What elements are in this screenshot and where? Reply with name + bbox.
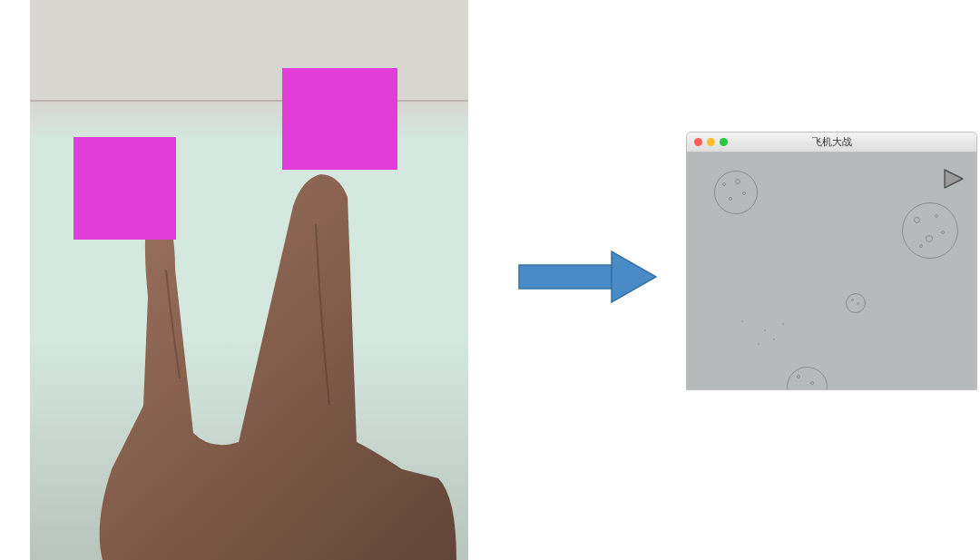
- svg-marker-2: [945, 170, 963, 188]
- maximize-button[interactable]: [720, 138, 728, 146]
- svg-marker-1: [612, 251, 656, 302]
- window-traffic-lights: [687, 138, 728, 146]
- debris-dot: [773, 339, 775, 340]
- svg-rect-0: [519, 265, 612, 289]
- debris-dot: [764, 329, 766, 331]
- close-button[interactable]: [694, 138, 702, 146]
- window-titlebar[interactable]: 飞机大战: [687, 133, 976, 152]
- asteroid-1: [714, 171, 758, 214]
- photo-background: [30, 0, 468, 560]
- debris-dot: [758, 343, 760, 345]
- asteroid-4: [787, 367, 828, 390]
- game-canvas[interactable]: [687, 152, 976, 389]
- arrow-icon: [517, 250, 658, 304]
- tracker-box-1: [74, 137, 176, 240]
- asteroid-2: [902, 202, 958, 259]
- asteroid-3: [846, 293, 866, 313]
- hand-gesture-photo: [30, 0, 468, 560]
- window-title: 飞机大战: [812, 135, 852, 149]
- game-window: 飞机大战: [686, 132, 977, 390]
- player-ship-icon: [942, 167, 965, 191]
- minimize-button[interactable]: [707, 138, 715, 146]
- tracker-box-2: [282, 68, 397, 170]
- debris-dot: [782, 323, 784, 325]
- debris-dot: [741, 320, 743, 322]
